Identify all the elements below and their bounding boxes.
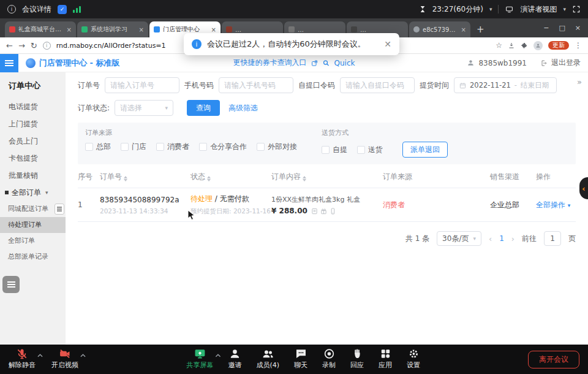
prev-page-icon[interactable]: ‹ [489, 234, 492, 243]
browser-tab-7[interactable]: e8c573980b1328a258fd2e6il × [409, 21, 470, 37]
order-gift-icon[interactable] [320, 208, 327, 215]
order-no-input[interactable] [105, 77, 179, 93]
sort-icon[interactable] [124, 176, 127, 181]
chevron-up-icon[interactable] [37, 351, 43, 359]
maximize-button[interactable]: □ [559, 24, 565, 32]
share-screen-button[interactable]: 共享屏幕 [186, 348, 213, 369]
filter-row-1: 订单号 手机号码 自提口令码 提货时间 2022-11-21 - 结束日期 [78, 77, 576, 93]
pickup-code-input[interactable] [340, 77, 415, 93]
meeting-info-icon[interactable]: i [7, 5, 16, 13]
reload-icon[interactable]: ↻ [31, 41, 37, 50]
sidebar-item-door-pickup[interactable]: 上门提货 [0, 115, 66, 132]
close-button[interactable]: × [575, 24, 581, 32]
sidebar-subitem-pending-orders[interactable]: 待处理订单 [0, 217, 66, 233]
download-icon[interactable] [508, 42, 515, 49]
sidebar-toggle-button[interactable] [0, 54, 18, 72]
checkbox-source-external[interactable]: 外部对接 [257, 142, 297, 152]
tab-close-icon[interactable]: × [67, 26, 72, 33]
record-button[interactable]: 录制 [322, 348, 336, 369]
start-video-button[interactable]: 开启视频 [51, 348, 78, 369]
unmute-button[interactable]: 解除静音 [9, 348, 36, 369]
next-page-icon[interactable]: › [511, 234, 514, 243]
collapse-panel-icon[interactable]: » [577, 77, 582, 86]
new-tab-button[interactable]: + [472, 24, 491, 37]
sidebar-group-all-orders[interactable]: 全部订单 ▾ [0, 184, 66, 201]
date-range-picker[interactable]: 2022-11-21 - 结束日期 [454, 77, 557, 93]
order-status-select[interactable]: 请选择 ▾ [115, 100, 173, 116]
sort-icon[interactable] [207, 176, 211, 181]
toast-close-icon[interactable]: ✕ [379, 39, 391, 49]
phone-input[interactable] [219, 77, 293, 93]
browser-tab-1[interactable]: 礼盒商城平台管理中心 × [5, 21, 76, 37]
goto-page-input[interactable] [544, 231, 561, 246]
site-info-icon[interactable]: i [43, 42, 51, 50]
sidebar-item-phone-pickup[interactable]: 电话提货 [0, 98, 66, 115]
checkbox-self-pickup[interactable]: 自提 [322, 145, 347, 155]
search-button[interactable]: 查询 [187, 100, 220, 116]
view-caret-icon[interactable]: ▾ [563, 6, 566, 12]
invite-button[interactable]: 邀请 [228, 348, 241, 369]
col-action: 操作 [536, 172, 576, 182]
order-phone-icon[interactable] [330, 208, 336, 215]
fullscreen-icon[interactable] [572, 5, 581, 13]
order-note-icon[interactable] [311, 208, 318, 215]
current-page[interactable]: 1 [499, 234, 504, 243]
site-body: 订单中心 电话提货 上门提货 会员上门 卡包提货 批量核销 全部订单 ▾ 同城配… [0, 72, 588, 345]
extensions-puzzle-icon[interactable] [521, 42, 528, 49]
chat-button[interactable]: 聊天 [294, 348, 307, 369]
members-button[interactable]: 成员(4) [256, 348, 279, 369]
address-bar[interactable]: rnd.maboy.cn/AllOrder?status=1 [56, 42, 166, 50]
advanced-filter-link[interactable]: 高级筛选 [228, 103, 258, 113]
sidebar-item-member-visit[interactable]: 会员上门 [0, 132, 66, 150]
cell-action[interactable]: 全部操作 ▾ [536, 200, 576, 210]
chevron-up-icon[interactable] [80, 351, 86, 359]
checkbox-source-consumer[interactable]: 消费者 [156, 142, 189, 152]
tab-close-icon[interactable]: × [139, 26, 144, 33]
browser-update-button[interactable]: 更新 [548, 41, 569, 50]
browser-tab-2[interactable]: 系统培训学习 × [77, 21, 148, 37]
username[interactable]: 8385wb1991 [478, 59, 527, 67]
panel-expand-handle[interactable]: ‹ [579, 177, 588, 199]
apps-button[interactable]: 应用 [379, 348, 392, 369]
col-content[interactable]: 订单内容 [271, 172, 383, 182]
back-icon[interactable]: ← [6, 41, 13, 50]
browser-menu-icon[interactable]: ⋮ [575, 41, 582, 50]
site-logo: 门店管理中心 - 标准版 [26, 58, 119, 69]
tab-close-icon[interactable]: × [211, 26, 216, 33]
checkbox-source-store[interactable]: 门店 [121, 142, 146, 152]
dispatch-return-button[interactable]: 派单退回 [402, 142, 448, 158]
quick-link[interactable]: Quick [334, 59, 355, 67]
sidebar-item-batch-verify[interactable]: 批量核销 [0, 167, 66, 184]
forward-icon[interactable]: → [18, 41, 25, 50]
quick-entry-link[interactable]: 更快捷的券卡查询入口 [233, 58, 307, 68]
search-icon[interactable] [323, 59, 330, 67]
checkbox-delivery[interactable]: 送货 [357, 145, 383, 155]
logout-link[interactable]: 退出登录 [551, 58, 581, 68]
floating-menu-button[interactable] [2, 276, 20, 293]
sidebar-subitem-hq-dispatch[interactable]: 总部派单记录 [0, 249, 66, 265]
sidebar-item-card-pickup[interactable]: 卡包提货 [0, 150, 66, 167]
chevron-up-icon[interactable] [215, 351, 221, 359]
security-shield-icon[interactable]: ✓ [58, 5, 67, 14]
col-order-no[interactable]: 订单号 [100, 172, 190, 182]
apps-grid-icon [379, 348, 391, 360]
meeting-details-label[interactable]: 会议详情 [22, 4, 51, 15]
browser-profile-avatar[interactable] [533, 41, 543, 50]
sort-icon[interactable] [303, 176, 306, 181]
settings-button[interactable]: 设置 [407, 348, 420, 369]
timer-caret-icon[interactable]: ▾ [489, 6, 492, 12]
sidebar-mini-toggle[interactable] [55, 204, 64, 215]
external-link-icon[interactable] [311, 59, 318, 67]
meeting-timer[interactable]: 23:27(60分钟) [432, 4, 483, 15]
tab-close-icon[interactable]: × [461, 26, 466, 33]
checkbox-source-hq[interactable]: 总部 [85, 142, 111, 152]
checkbox-source-coop[interactable]: 仓分享合作 [199, 142, 247, 152]
view-mode-label[interactable]: 演讲者视图 [520, 4, 557, 15]
reactions-button[interactable]: 回应 [350, 348, 364, 369]
minimize-button[interactable]: − [543, 24, 549, 32]
sidebar-subitem-all-orders[interactable]: 全部订单 [0, 233, 66, 249]
col-status[interactable]: 状态 [190, 172, 271, 182]
page-size-select[interactable]: 30条/页 ▾ [437, 231, 481, 246]
leave-meeting-button[interactable]: 离开会议 [528, 351, 579, 368]
bookmark-star-icon[interactable]: ☆ [496, 41, 502, 50]
